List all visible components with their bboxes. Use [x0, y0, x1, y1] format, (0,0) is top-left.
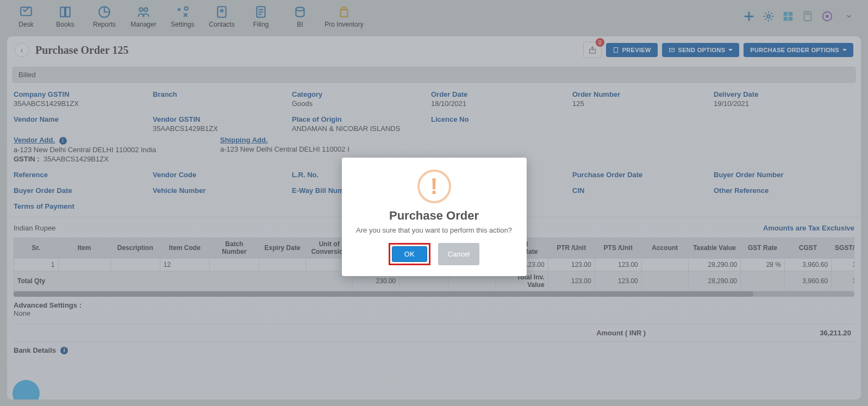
cancel-button[interactable]: Cancel [438, 243, 479, 265]
modal-message: Are you sure that you want to perform th… [354, 226, 515, 234]
modal-title: Purchase Order [354, 209, 515, 223]
confirm-modal: ! Purchase Order Are you sure that you w… [342, 158, 527, 276]
warning-icon: ! [417, 170, 451, 203]
ok-highlight: OK [389, 243, 430, 265]
modal-overlay: ! Purchase Order Are you sure that you w… [0, 0, 868, 406]
ok-button[interactable]: OK [392, 246, 427, 262]
